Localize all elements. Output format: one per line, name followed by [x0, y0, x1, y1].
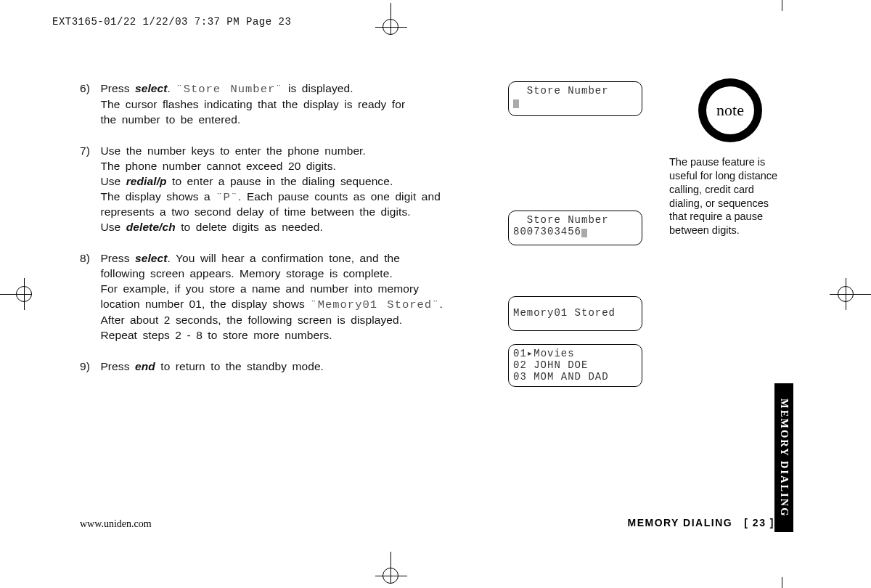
lcd-screen-store-number-empty: Store Number: [508, 81, 642, 116]
footer-section: MEMORY DIALING [ 23 ]: [627, 517, 774, 528]
text: Repeat steps 2 - 8 to store more numbers…: [100, 329, 332, 341]
cursor-icon: [581, 229, 587, 237]
text: The display shows a: [100, 190, 216, 203]
text: Use the number keys to enter the phone n…: [100, 144, 366, 157]
step-number: 9): [80, 359, 97, 375]
note-label: note: [706, 86, 754, 134]
lcd-text: 01▸Movies: [513, 348, 575, 359]
registration-mark: [0, 294, 32, 295]
note-column: note The pause feature is useful for lon…: [669, 78, 793, 237]
page-number: [ 23 ]: [744, 517, 774, 528]
text: calling, credit card: [669, 184, 754, 195]
text: Use: [100, 175, 126, 187]
step-body: Use the number keys to enter the phone n…: [100, 144, 478, 236]
text: to delete digits as needed.: [176, 221, 323, 233]
text: is displayed.: [283, 82, 353, 94]
text: Press: [100, 360, 135, 372]
step-8: 8) Press select. You will hear a confirm…: [80, 251, 486, 343]
text: Press: [100, 82, 135, 94]
step-number: 8): [80, 251, 97, 266]
text: After about 2 seconds, the following scr…: [100, 314, 402, 326]
lcd-screen-memory-list: 01▸Movies 02 JOHN DOE 03 MOM AND DAD: [508, 344, 642, 387]
lcd-screen-store-number-entered: Store Number 8007303456: [508, 211, 642, 245]
registration-mark: [390, 3, 391, 35]
step-body: Press select. ¨Store Number¨ is displaye…: [100, 81, 478, 128]
key-redial-p: redial/p: [126, 175, 167, 187]
note-text: The pause feature is useful for long dis…: [669, 155, 793, 237]
text: represents a two second delay of time be…: [100, 205, 410, 218]
step-6: 6) Press select. ¨Store Number¨ is displ…: [80, 81, 486, 128]
text: following screen appears. Memory storage…: [100, 267, 392, 279]
registration-mark: [375, 27, 407, 28]
key-delete-ch: delete/ch: [126, 221, 176, 233]
print-header: EXT3165-01/22 1/22/03 7:37 PM Page 23: [52, 16, 291, 28]
text: location number 01, the display shows: [100, 298, 310, 310]
key-select: select: [135, 82, 168, 94]
key-select: select: [135, 252, 168, 264]
text: .: [168, 82, 176, 94]
text: Press: [100, 252, 135, 264]
key-end: end: [135, 360, 155, 372]
page: EXT3165-01/22 1/22/03 7:37 PM Page 23 6)…: [0, 0, 871, 588]
step-body: Press select. You will hear a confirmati…: [100, 251, 478, 343]
side-tab: MEMORY DIALING: [774, 383, 793, 532]
lcd-quote: ¨Memory01 Stored¨: [310, 298, 439, 311]
lcd-text: Memory01 Stored: [513, 307, 616, 319]
text: dialing, or sequences: [669, 197, 769, 209]
footer-url: www.uniden.com: [80, 518, 152, 530]
crop-mark: [782, 577, 782, 588]
text: . Each pause counts as one digit and: [238, 190, 441, 203]
text: . You will hear a confirmation tone, and…: [168, 252, 401, 264]
text: For example, if you store a name and num…: [100, 282, 419, 295]
cursor-icon: [513, 99, 519, 108]
text: to enter a pause in the dialing sequence…: [167, 175, 393, 187]
text: .: [439, 298, 442, 310]
section-title: MEMORY DIALING: [627, 517, 732, 528]
note-icon: note: [698, 78, 762, 142]
lcd-column: Store Number Store Number 8007303456 Mem…: [508, 81, 646, 401]
text: useful for long distance: [669, 170, 777, 181]
crop-mark: [782, 0, 782, 11]
step-number: 7): [80, 144, 97, 159]
lcd-screen-memory-stored: Memory01 Stored: [508, 296, 642, 331]
text: The cursor flashes indicating that the d…: [100, 98, 405, 110]
step-number: 6): [80, 81, 97, 97]
step-7: 7) Use the number keys to enter the phon…: [80, 144, 486, 236]
text: The phone number cannot exceed 20 digits…: [100, 160, 336, 172]
lcd-text: 02 JOHN DOE: [513, 359, 588, 371]
lcd-text: 8007303456: [513, 226, 581, 237]
text: Use: [100, 221, 126, 233]
text: that require a pause: [669, 211, 763, 222]
step-9: 9) Press end to return to the standby mo…: [80, 359, 486, 375]
instruction-column: 6) Press select. ¨Store Number¨ is displ…: [80, 81, 486, 391]
lcd-text: Store Number: [513, 214, 609, 226]
lcd-quote: ¨P¨: [216, 191, 238, 204]
text: The pause feature is: [669, 156, 765, 168]
step-body: Press end to return to the standby mode.: [100, 359, 478, 375]
registration-mark: [830, 294, 871, 295]
registration-mark: [390, 552, 391, 584]
registration-mark: [375, 576, 407, 576]
lcd-quote: ¨Store Number¨: [176, 83, 282, 96]
text: between digits.: [669, 224, 740, 236]
lcd-text: Store Number: [513, 85, 609, 97]
text: to return to the standby mode.: [155, 360, 324, 372]
text: the number to be entered.: [100, 113, 240, 126]
lcd-text: 03 MOM AND DAD: [513, 371, 609, 383]
